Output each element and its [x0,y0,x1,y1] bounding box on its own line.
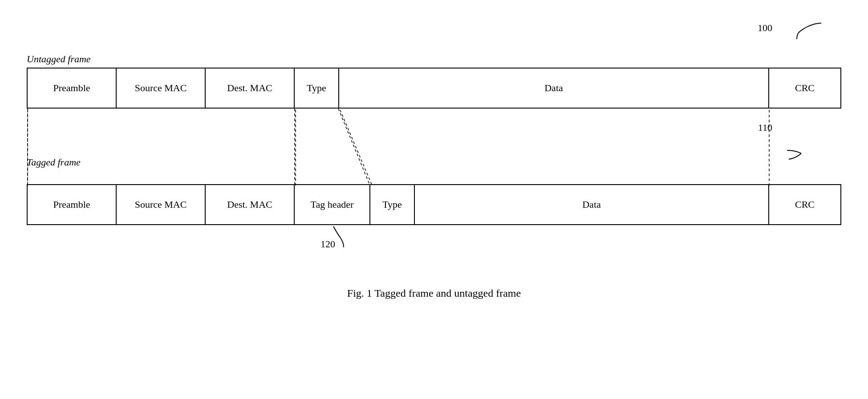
frame-gap: 110 Tagged frame [27,109,841,184]
untagged-label: Untagged frame [27,53,841,65]
untagged-preamble: Preamble [28,69,117,108]
tagged-destmac: Dest. MAC [206,185,295,224]
connector-svg [27,109,841,184]
untagged-frame-wrapper: Untagged frame Preamble Source MAC Dest.… [27,53,841,109]
ref-120-label: 120 [320,238,335,250]
untagged-crc: CRC [769,69,840,108]
untagged-data: Data [339,69,769,108]
svg-line-2 [338,109,369,184]
tagged-data: Data [415,185,769,224]
ref-100-label: 100 [758,22,772,34]
ref-110-label: 110 [758,122,772,133]
tagged-frame-row: Preamble Source MAC Dest. MAC Tag header… [27,184,841,225]
figure-caption: Fig. 1 Tagged frame and untagged frame [27,287,841,299]
diagram-container: 100 Untagged frame Preamble Source MAC D… [27,27,841,299]
tagged-preamble: Preamble [28,185,117,224]
tagged-srcmac: Source MAC [117,185,206,224]
untagged-frame-row: Preamble Source MAC Dest. MAC Type Data … [27,68,841,109]
untagged-destmac: Dest. MAC [206,69,295,108]
tagged-label: Tagged frame [27,157,81,168]
untagged-srcmac: Source MAC [117,69,206,108]
tagged-tagheader: Tag header [295,185,370,224]
tagged-type: Type [370,185,415,224]
frames-wrapper: Untagged frame Preamble Source MAC Dest.… [27,53,841,261]
tagged-crc: CRC [769,185,840,224]
tagged-frame-wrapper: Preamble Source MAC Dest. MAC Tag header… [27,184,841,225]
untagged-type: Type [295,69,339,108]
